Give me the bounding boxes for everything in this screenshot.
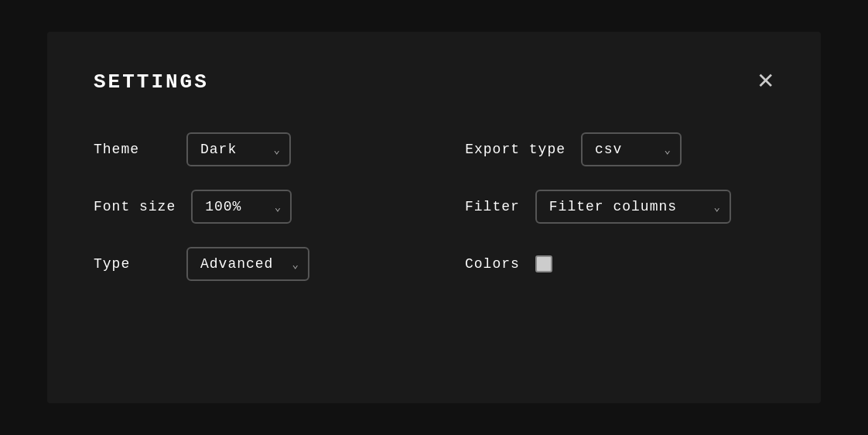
font-size-row: Font size 75% 100% 125% 150% ⌄ xyxy=(94,190,403,224)
settings-panel: SETTINGS ✕ Theme Dark Light System ⌄ Exp… xyxy=(47,32,821,403)
type-select-wrapper: Basic Advanced Expert ⌄ xyxy=(186,247,309,281)
type-label: Type xyxy=(94,256,171,272)
theme-row: Theme Dark Light System ⌄ xyxy=(94,132,403,166)
filter-select[interactable]: Filter columns All columns Selected colu… xyxy=(535,190,731,224)
type-select[interactable]: Basic Advanced Expert xyxy=(186,247,309,281)
export-type-label: Export type xyxy=(465,142,566,157)
font-size-select[interactable]: 75% 100% 125% 150% xyxy=(191,190,292,224)
theme-select-wrapper: Dark Light System ⌄ xyxy=(186,132,291,166)
theme-select[interactable]: Dark Light System xyxy=(186,132,291,166)
colors-row: Colors xyxy=(465,247,774,281)
colors-label: Colors xyxy=(465,256,520,272)
filter-label: Filter xyxy=(465,199,520,214)
type-row: Type Basic Advanced Expert ⌄ xyxy=(94,247,403,281)
filter-select-wrapper: Filter columns All columns Selected colu… xyxy=(535,190,731,224)
filter-row: Filter Filter columns All columns Select… xyxy=(465,190,774,224)
font-size-select-wrapper: 75% 100% 125% 150% ⌄ xyxy=(191,190,292,224)
export-type-row: Export type csv json xlsx pdf ⌄ xyxy=(465,132,774,166)
settings-title: SETTINGS xyxy=(94,70,774,94)
colors-checkbox-wrapper xyxy=(535,255,552,272)
theme-label: Theme xyxy=(94,142,171,157)
colors-checkbox[interactable] xyxy=(535,255,552,272)
font-size-label: Font size xyxy=(94,199,176,214)
settings-grid: Theme Dark Light System ⌄ Export type cs… xyxy=(94,132,774,281)
export-type-select-wrapper: csv json xlsx pdf ⌄ xyxy=(581,132,682,166)
close-button[interactable]: ✕ xyxy=(757,70,774,92)
export-type-select[interactable]: csv json xlsx pdf xyxy=(581,132,682,166)
